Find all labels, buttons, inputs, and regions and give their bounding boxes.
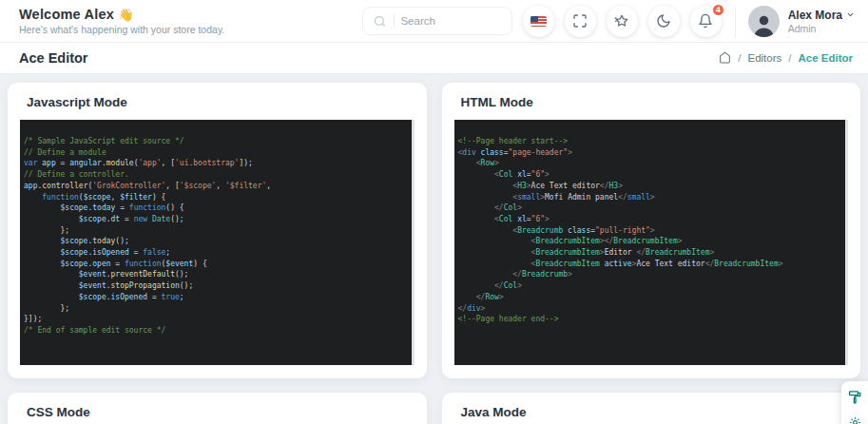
code-line: }; bbox=[24, 303, 408, 315]
code-line: }; bbox=[24, 225, 408, 237]
code-line: // Define a module bbox=[24, 147, 408, 159]
language-flag-button[interactable] bbox=[523, 6, 554, 37]
breadcrumb-editors[interactable]: Editors bbox=[747, 52, 781, 64]
code-line: <div class="page-header"> bbox=[458, 147, 842, 159]
card-title: CSS Mode bbox=[8, 393, 427, 424]
code-line: // Define a controller. bbox=[24, 169, 408, 181]
code-line: app.controller('GrokController', ['$scop… bbox=[24, 181, 408, 192]
breadcrumb: / Editors / Ace Editor bbox=[719, 51, 853, 66]
code-line: $scope.today = function() { bbox=[24, 202, 408, 214]
welcome-block: Welcome Alex 👋 Here's what's happening w… bbox=[19, 7, 224, 35]
card-title: HTML Mode bbox=[442, 83, 861, 120]
card-title: Java Mode bbox=[442, 393, 861, 424]
welcome-text: Welcome Alex bbox=[19, 7, 114, 22]
javascript-code-editor[interactable]: /* Sample JavaScript edit source */// De… bbox=[20, 120, 415, 365]
search-divider bbox=[394, 14, 395, 28]
dark-mode-button[interactable] bbox=[648, 6, 680, 37]
breadcrumb-current: Ace Editor bbox=[798, 52, 853, 64]
code-line: $event.stopPropagation(); bbox=[24, 280, 408, 292]
topbar-actions: 4 Alex Mora Admin bbox=[362, 6, 855, 37]
us-flag-icon bbox=[530, 16, 547, 27]
search-box[interactable] bbox=[362, 7, 512, 35]
code-line: <BreadcrumbItem>Editor </BreadcrumbItem> bbox=[458, 247, 842, 259]
card-javascript-mode: Javascript Mode /* Sample JavaScript edi… bbox=[8, 83, 427, 378]
card-java-mode: Java Mode bbox=[442, 393, 861, 424]
code-line: <!--Page header end--> bbox=[458, 314, 842, 325]
notification-badge: 4 bbox=[711, 3, 725, 17]
code-line: </Col> bbox=[458, 280, 842, 292]
code-line: <Col xl="6"> bbox=[458, 169, 842, 181]
breadcrumb-separator: / bbox=[788, 52, 791, 64]
theme-customizer-panel bbox=[841, 381, 868, 424]
code-line: /* End of sample edit source */ bbox=[24, 325, 408, 337]
code-line: $scope.isOpened = true; bbox=[24, 292, 408, 303]
notifications-button[interactable]: 4 bbox=[690, 6, 722, 37]
code-line: </Row> bbox=[458, 292, 842, 303]
card-title: Javascript Mode bbox=[8, 83, 427, 120]
customizer-button[interactable] bbox=[848, 390, 862, 404]
avatar bbox=[748, 6, 780, 37]
page-title: Ace Editor bbox=[19, 50, 88, 66]
gear-icon bbox=[849, 416, 861, 424]
breadcrumb-separator: / bbox=[738, 52, 741, 64]
html-code-editor[interactable]: <!--Page header start--><div class="page… bbox=[454, 120, 849, 365]
page-header-bar: Ace Editor / Editors / Ace Editor bbox=[0, 43, 868, 74]
waving-hand-emoji: 👋 bbox=[118, 8, 133, 22]
topbar: Welcome Alex 👋 Here's what's happening w… bbox=[0, 0, 868, 43]
paint-roller-icon bbox=[848, 390, 862, 404]
card-html-mode: HTML Mode <!--Page header start--><div c… bbox=[442, 83, 861, 378]
code-line: </Col> bbox=[458, 202, 842, 214]
code-line: <small>Mofi Admin panel</small> bbox=[458, 192, 842, 203]
code-line: $scope.today(); bbox=[24, 236, 408, 247]
code-line: <Breadcrumb class="pull-right"> bbox=[458, 225, 842, 237]
welcome-subtitle: Here's what's happening with your store … bbox=[19, 24, 224, 35]
chevron-down-icon bbox=[846, 10, 855, 19]
welcome-title: Welcome Alex 👋 bbox=[19, 7, 224, 22]
fullscreen-button[interactable] bbox=[565, 6, 596, 37]
search-input[interactable] bbox=[400, 15, 501, 27]
star-icon bbox=[614, 13, 629, 29]
code-line: </div> bbox=[458, 303, 842, 315]
user-name: Alex Mora bbox=[788, 9, 855, 22]
code-line: $event.preventDefault(); bbox=[24, 269, 408, 280]
code-line: <!--Page header start--> bbox=[458, 136, 842, 147]
code-line: $scope.dt = new Date(); bbox=[24, 214, 408, 225]
content-area: Javascript Mode /* Sample JavaScript edi… bbox=[0, 74, 868, 424]
code-line: /* Sample JavaScript edit source */ bbox=[24, 136, 408, 147]
user-meta: Alex Mora Admin bbox=[788, 9, 855, 34]
code-line: <BreadcrumbItem active>Ace Text editor</… bbox=[458, 259, 842, 270]
code-line: $scope.open = function($event) { bbox=[24, 259, 408, 270]
card-css-mode: CSS Mode bbox=[8, 393, 427, 424]
code-line: <H3>Ace Text editor</H3> bbox=[458, 181, 842, 192]
code-line: var app = angular.module('app', ['ui.boo… bbox=[24, 158, 408, 169]
bookmark-star-button[interactable] bbox=[607, 6, 638, 37]
breadcrumb-home[interactable] bbox=[719, 51, 731, 66]
code-line: }]); bbox=[24, 314, 408, 325]
home-icon bbox=[719, 51, 731, 64]
moon-icon bbox=[656, 13, 671, 29]
bell-icon bbox=[698, 13, 713, 29]
code-line: <BreadcrumbItem></BreadcrumbItem> bbox=[458, 236, 842, 247]
settings-button[interactable] bbox=[849, 416, 861, 424]
search-icon bbox=[373, 14, 387, 29]
user-menu[interactable]: Alex Mora Admin bbox=[735, 6, 855, 37]
fullscreen-icon bbox=[572, 13, 588, 29]
code-line: <Row> bbox=[458, 158, 842, 169]
code-line: $scope.isOpened = false; bbox=[24, 247, 408, 259]
code-line: <Col xl="6"> bbox=[458, 214, 842, 225]
user-role: Admin bbox=[788, 23, 855, 34]
code-line: </Breadcrumb> bbox=[458, 269, 842, 280]
code-line: function($scope, $filter) { bbox=[24, 192, 408, 203]
